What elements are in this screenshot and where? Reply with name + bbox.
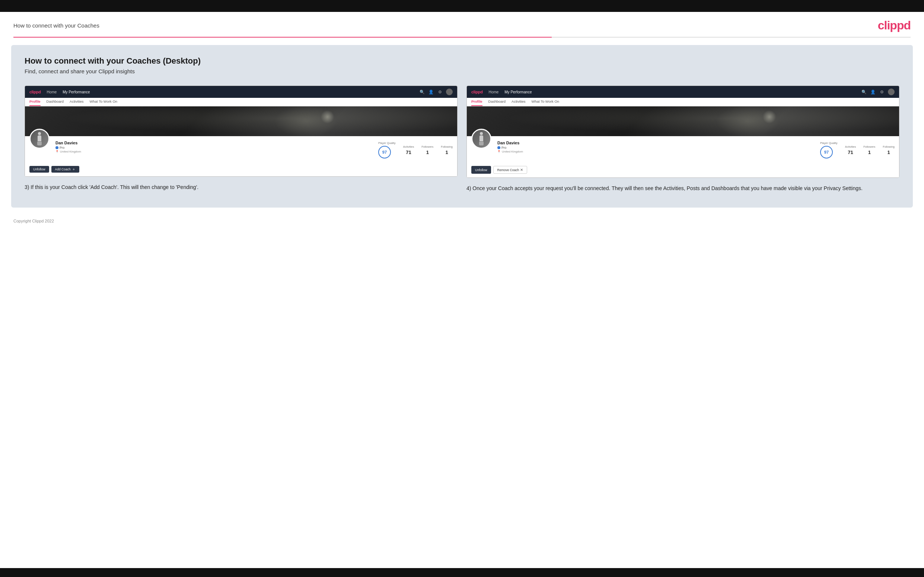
clippd-logo: clippd bbox=[878, 19, 911, 32]
page-title: How to connect with your Coaches bbox=[13, 22, 99, 29]
caption-left: 3) If this is your Coach click 'Add Coac… bbox=[24, 184, 457, 192]
mockup-left-nav-icons: 🔍 👤 ⚙ bbox=[419, 89, 453, 95]
tab-dashboard-left[interactable]: Dashboard bbox=[47, 99, 64, 106]
pin-icon-right: 📍 bbox=[498, 150, 501, 153]
main-content: How to connect with your Coaches (Deskto… bbox=[11, 45, 913, 208]
mockup-left-avatar-wrap bbox=[29, 129, 50, 149]
search-icon-right[interactable]: 🔍 bbox=[861, 89, 867, 95]
stat-following-left: Following 1 bbox=[441, 145, 453, 155]
avatar-legs bbox=[37, 142, 42, 145]
stat-followers-right: Followers 1 bbox=[863, 145, 875, 155]
screenshot-right-col: clippd Home My Performance 🔍 👤 ⚙ Profile… bbox=[467, 85, 900, 193]
avatar-icon[interactable] bbox=[446, 89, 453, 95]
mockup-left-nav-home[interactable]: Home bbox=[47, 90, 57, 94]
mockup-right-nav-performance[interactable]: My Performance bbox=[504, 90, 531, 94]
screenshot-left-col: clippd Home My Performance 🔍 👤 ⚙ Profile… bbox=[24, 85, 457, 193]
quality-circle-left: 97 bbox=[378, 146, 391, 158]
mockup-left-profile-area: Dan Davies Pro 📍 United Kingdom Player Q bbox=[25, 136, 457, 163]
avatar-body bbox=[37, 135, 41, 141]
mockup-left-tabs: Profile Dashboard Activities What To Wor… bbox=[25, 98, 457, 106]
x-icon: ✕ bbox=[520, 168, 523, 172]
tab-profile-right[interactable]: Profile bbox=[471, 99, 483, 106]
mockup-left-cover bbox=[25, 106, 457, 136]
user-icon-right[interactable]: 👤 bbox=[870, 89, 876, 95]
mockup-right-tabs: Profile Dashboard Activities What To Wor… bbox=[467, 98, 899, 106]
unfollow-button-left[interactable]: Unfollow bbox=[29, 166, 49, 172]
user-icon[interactable]: 👤 bbox=[428, 89, 434, 95]
mockup-right-cover bbox=[467, 106, 899, 136]
footer: Copyright Clippd 2022 bbox=[0, 215, 924, 229]
top-bar bbox=[0, 0, 924, 12]
mockup-left-profile-info: Dan Davies Pro 📍 United Kingdom bbox=[55, 139, 372, 153]
avatar-legs-right bbox=[479, 142, 484, 145]
mockup-left-avatar bbox=[29, 129, 50, 149]
stat-activities-right: Activities 71 bbox=[845, 145, 856, 155]
page-subheading: Find, connect and share your Clippd insi… bbox=[24, 68, 900, 74]
mockup-left-actions: Unfollow Add Coach ＋ bbox=[25, 166, 457, 176]
avatar-body-right bbox=[480, 135, 483, 141]
stat-followers-left: Followers 1 bbox=[422, 145, 433, 155]
add-coach-button-left[interactable]: Add Coach ＋ bbox=[52, 166, 79, 172]
cover-overlay-right bbox=[467, 106, 899, 136]
mockup-left-stats: Player Quality 97 Activities 71 Follower… bbox=[378, 139, 453, 158]
pin-icon-left: 📍 bbox=[55, 150, 59, 153]
screenshots-row: clippd Home My Performance 🔍 👤 ⚙ Profile… bbox=[24, 85, 900, 193]
verified-badge-left bbox=[55, 146, 58, 149]
mockup-right-nav-icons: 🔍 👤 ⚙ bbox=[861, 89, 895, 95]
avatar-icon-right[interactable] bbox=[888, 89, 895, 95]
tab-profile-left[interactable]: Profile bbox=[29, 99, 40, 106]
player-role-right: Pro bbox=[498, 146, 814, 150]
caption-right: 4) Once your Coach accepts your request … bbox=[467, 185, 900, 193]
mockup-right-avatar bbox=[471, 129, 491, 149]
tab-what-to-work-on-right[interactable]: What To Work On bbox=[531, 99, 559, 106]
avatar-head bbox=[38, 132, 41, 135]
stat-activities-left: Activities 71 bbox=[403, 145, 414, 155]
mockup-left: clippd Home My Performance 🔍 👤 ⚙ Profile… bbox=[24, 85, 457, 177]
quality-circle-right: 97 bbox=[820, 146, 833, 158]
verified-badge-right bbox=[498, 146, 500, 149]
mockup-right-actions: Unfollow Remove Coach ✕ bbox=[467, 166, 899, 177]
stat-following-right: Following 1 bbox=[883, 145, 895, 155]
mockup-left-logo: clippd bbox=[29, 90, 41, 94]
mockup-right-avatar-wrap bbox=[471, 129, 491, 149]
mockup-right-profile-info: Dan Davies Pro 📍 United Kingdom bbox=[498, 139, 814, 153]
mockup-right-profile-area: Dan Davies Pro 📍 United Kingdom Player Q bbox=[467, 136, 899, 163]
mockup-left-nav-performance[interactable]: My Performance bbox=[63, 90, 90, 94]
player-location-left: 📍 United Kingdom bbox=[55, 150, 372, 153]
tab-dashboard-right[interactable]: Dashboard bbox=[488, 99, 506, 106]
mockup-left-nav: clippd Home My Performance 🔍 👤 ⚙ bbox=[25, 86, 457, 98]
unfollow-button-right[interactable]: Unfollow bbox=[471, 166, 491, 174]
search-icon[interactable]: 🔍 bbox=[419, 89, 425, 95]
mockup-right-nav-home[interactable]: Home bbox=[489, 90, 499, 94]
mockup-right-logo: clippd bbox=[471, 90, 483, 94]
stat-quality-left: Player Quality 97 bbox=[378, 141, 396, 158]
stat-quality-right: Player Quality 97 bbox=[820, 141, 838, 158]
header-divider bbox=[13, 37, 911, 37]
player-role-left: Pro bbox=[55, 146, 372, 150]
header: How to connect with your Coaches clippd bbox=[0, 12, 924, 37]
tab-what-to-work-on-left[interactable]: What To Work On bbox=[90, 99, 118, 106]
settings-icon-right[interactable]: ⚙ bbox=[879, 89, 885, 95]
player-name-left: Dan Davies bbox=[55, 140, 372, 145]
mockup-right: clippd Home My Performance 🔍 👤 ⚙ Profile… bbox=[467, 85, 900, 178]
player-name-right: Dan Davies bbox=[498, 140, 814, 145]
settings-icon[interactable]: ⚙ bbox=[437, 89, 443, 95]
remove-coach-button-right[interactable]: Remove Coach ✕ bbox=[493, 166, 528, 174]
page-heading: How to connect with your Coaches (Deskto… bbox=[24, 56, 900, 66]
tab-activities-left[interactable]: Activities bbox=[69, 99, 83, 106]
mockup-right-nav: clippd Home My Performance 🔍 👤 ⚙ bbox=[467, 86, 899, 98]
mockup-right-stats: Player Quality 97 Activities 71 Follower… bbox=[820, 139, 895, 158]
avatar-head-right bbox=[480, 132, 483, 135]
tab-activities-right[interactable]: Activities bbox=[512, 99, 525, 106]
copyright-text: Copyright Clippd 2022 bbox=[13, 219, 54, 223]
cover-overlay bbox=[25, 106, 457, 136]
plus-icon: ＋ bbox=[72, 168, 76, 171]
player-location-right: 📍 United Kingdom bbox=[498, 150, 814, 153]
